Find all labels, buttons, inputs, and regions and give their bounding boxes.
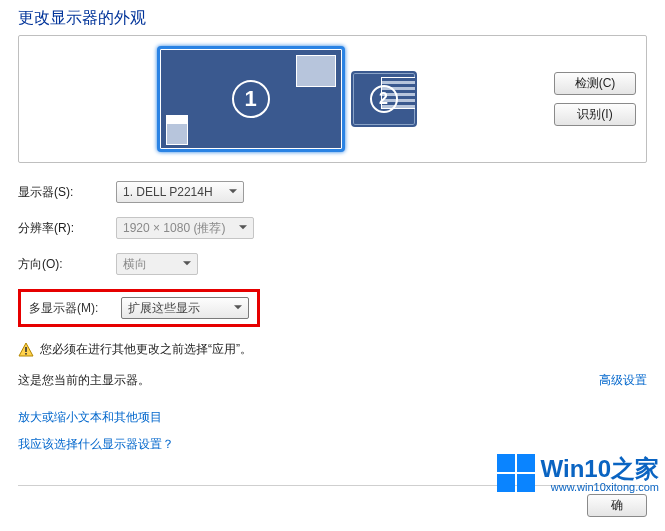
orientation-value: 横向: [123, 256, 147, 273]
resolution-combobox[interactable]: 1920 × 1080 (推荐): [116, 217, 254, 239]
resolution-value: 1920 × 1080 (推荐): [123, 220, 225, 237]
orientation-row: 方向(O): 横向: [18, 253, 647, 275]
display-value: 1. DELL P2214H: [123, 185, 213, 199]
ok-button[interactable]: 确: [587, 494, 647, 517]
resolution-row: 分辨率(R): 1920 × 1080 (推荐): [18, 217, 647, 239]
monitor-2-number: 2: [370, 85, 398, 113]
resolution-label: 分辨率(R):: [18, 220, 116, 237]
identify-button[interactable]: 识别(I): [554, 103, 636, 126]
page-title: 更改显示器的外观: [18, 8, 647, 29]
which-setting-link[interactable]: 我应该选择什么显示器设置？: [18, 436, 174, 453]
svg-rect-2: [25, 353, 27, 355]
display-row: 显示器(S): 1. DELL P2214H: [18, 181, 647, 203]
multi-display-label: 多显示器(M):: [29, 300, 121, 317]
apply-warning-text: 您必须在进行其他更改之前选择“应用”。: [40, 341, 252, 358]
multi-display-value: 扩展这些显示: [128, 300, 200, 317]
monitor-preview-area[interactable]: 1 2: [29, 46, 544, 152]
warning-icon: [18, 342, 34, 358]
svg-rect-1: [25, 347, 27, 352]
monitor-1-number: 1: [232, 80, 270, 118]
display-combobox[interactable]: 1. DELL P2214H: [116, 181, 244, 203]
multi-display-highlight-box: 多显示器(M): 扩展这些显示: [18, 289, 260, 327]
orientation-label: 方向(O):: [18, 256, 116, 273]
advanced-settings-link[interactable]: 高级设置: [599, 372, 647, 389]
window-icon: [296, 55, 336, 87]
detect-button[interactable]: 检测(C): [554, 72, 636, 95]
window-icon: [166, 115, 188, 145]
monitor-2[interactable]: 2: [351, 71, 417, 127]
orientation-combobox[interactable]: 横向: [116, 253, 198, 275]
multi-display-combobox[interactable]: 扩展这些显示: [121, 297, 249, 319]
dialog-footer: 确: [18, 485, 647, 517]
display-arrangement-panel: 1 2 检测(C) 识别(I): [18, 35, 647, 163]
main-display-text: 这是您当前的主显示器。: [18, 372, 150, 389]
zoom-text-link[interactable]: 放大或缩小文本和其他项目: [18, 409, 162, 426]
apply-warning-row: 您必须在进行其他更改之前选择“应用”。: [18, 341, 647, 358]
monitor-1[interactable]: 1: [157, 46, 345, 152]
display-label: 显示器(S):: [18, 184, 116, 201]
